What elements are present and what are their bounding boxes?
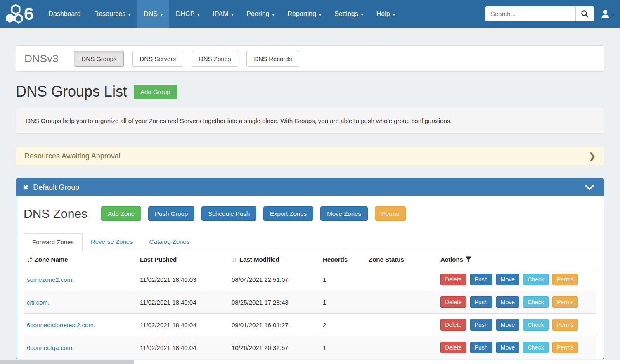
add-group-button[interactable]: Add Group [134,85,177,99]
add-zone-button[interactable]: Add Zone [101,206,141,221]
zone-link[interactable]: somezone2.com. [27,276,74,283]
nav-item-help[interactable]: Help ▾ [370,0,402,28]
zone-link[interactable]: 6connectqa.com. [27,344,74,351]
push-button[interactable]: Push [470,296,492,308]
close-icon[interactable]: ✖ [23,183,28,192]
chevron-down-icon [585,185,594,190]
nav-item-dashboard[interactable]: Dashboard [42,0,87,28]
collapse-toggle[interactable] [585,185,597,190]
last-pushed-cell: 11/02/2021 18:40:03 [137,268,228,291]
perms-button[interactable]: Perms [552,296,578,308]
horizontal-scrollbar[interactable] [0,360,620,364]
nav-item-peering[interactable]: Peering ▾ [240,0,281,28]
move-zones-button[interactable]: Move Zones [320,206,368,221]
records-cell: 1 [319,336,365,359]
delete-button[interactable]: Delete [440,319,466,331]
nav-item-dhcp[interactable]: DHCP ▾ [169,0,206,28]
push-group-button[interactable]: Push Group [148,206,194,221]
column-zone-status[interactable]: Zone Status [365,251,437,268]
tab-catalog-zones[interactable]: Catalog Zones [141,233,198,251]
move-button[interactable]: Move [496,296,519,308]
actions-cell: Delete Push Move Check Perms [437,336,596,359]
approval-label: Resources Awaiting Approval [24,152,121,161]
brand-logo[interactable]: 6 [0,0,42,28]
default-group-header[interactable]: ✖ Default Group [16,179,604,196]
subnav-button-dns-zones[interactable]: DNS Zones [192,51,239,67]
column-label: Zone Name [35,256,68,263]
delete-button[interactable]: Delete [440,296,466,308]
records-cell: 1 [319,268,365,291]
caret-down-icon: ▾ [393,12,395,17]
caret-down-icon: ▾ [197,12,199,17]
move-button[interactable]: Move [496,319,519,331]
caret-down-icon: ▾ [231,12,233,17]
tab-reverse-zones[interactable]: Reverse Zones [83,233,141,251]
move-button[interactable]: Move [496,342,519,353]
check-button[interactable]: Check [523,319,549,331]
column-last-modified[interactable]: ↓↑ Last Modified [228,251,319,268]
search-input[interactable] [485,6,575,21]
zone-link[interactable]: citi.com. [27,299,50,306]
push-button[interactable]: Push [470,319,492,331]
export-zones-button[interactable]: Export Zones [263,206,313,221]
zone-status-cell [365,314,437,336]
zones-tabs: Forward Zones Reverse Zones Catalog Zone… [24,233,596,251]
check-button[interactable]: Check [523,274,549,285]
zone-status-cell [365,291,437,314]
user-menu[interactable]: ▾ [601,9,614,19]
sort-alpha-icon[interactable]: ↓ AZ [27,256,32,262]
dnsv3-subnav: DNSv3 DNS Groups DNS Servers DNS Zones D… [16,45,604,72]
hexagons-logo-icon [5,4,26,24]
main-nav: Dashboard Resources ▾ DNS ▾ DHCP ▾ IPAM … [42,0,401,28]
records-cell: 2 [319,314,365,336]
nav-item-reporting[interactable]: Reporting ▾ [281,0,328,28]
dns-zones-title: DNS Zones [24,207,88,221]
delete-button[interactable]: Delete [440,274,466,285]
search-icon [581,10,589,18]
sort-updown-icon[interactable]: ↓↑ [232,256,236,263]
resources-awaiting-approval-panel[interactable]: Resources Awaiting Approval ❯ [16,146,604,166]
caret-down-icon: ▾ [319,12,321,17]
column-zone-name[interactable]: ↓ AZ Zone Name [24,251,137,268]
subnav-button-dns-servers[interactable]: DNS Servers [132,51,183,67]
dnsv3-title: DNSv3 [24,52,58,65]
check-button[interactable]: Check [523,296,549,308]
nav-item-dns[interactable]: DNS ▾ [137,0,169,28]
perms-button[interactable]: Perms [552,342,578,353]
push-button[interactable]: Push [470,342,492,353]
nav-label: DNS [144,10,158,18]
brand-six: 6 [24,5,33,23]
scrollbar-thumb[interactable] [0,360,134,364]
delete-button[interactable]: Delete [440,342,466,353]
nav-item-resources[interactable]: Resources ▾ [88,0,137,28]
subnav-button-dns-records[interactable]: DNS Records [246,51,299,67]
perms-button[interactable]: Perms [552,319,578,331]
nav-item-settings[interactable]: Settings ▾ [328,0,370,28]
perms-button[interactable]: Perms [552,274,578,285]
move-button[interactable]: Move [496,274,519,285]
nav-label: Dashboard [48,10,80,18]
column-records[interactable]: Records [319,251,365,268]
zone-cell: 6connectclonetest2.com. [24,314,137,336]
push-button[interactable]: Push [470,274,492,285]
last-pushed-cell: 11/02/2021 18:40:04 [137,336,228,359]
table-row: 6connectqa.com. 11/02/2021 18:40:04 10/2… [24,336,596,359]
column-last-pushed[interactable]: Last Pushed [137,251,228,268]
schedule-push-button[interactable]: Schedule Push [201,206,256,221]
check-button[interactable]: Check [523,342,549,353]
column-label: Zone Status [369,256,404,263]
chevron-right-icon: ❯ [589,151,596,161]
nav-item-ipam[interactable]: IPAM ▾ [206,0,240,28]
zone-link[interactable]: 6connectclonetest2.com. [27,321,95,329]
perms-group-button[interactable]: Perms [375,206,406,221]
last-pushed-cell: 11/02/2021 18:40:04 [137,291,228,314]
subnav-button-dns-groups[interactable]: DNS Groups [74,51,124,67]
tab-forward-zones[interactable]: Forward Zones [24,233,83,251]
nav-label: DHCP [176,10,194,18]
zone-cell: somezone2.com. [24,268,137,291]
filter-icon[interactable] [466,256,471,262]
nav-label: Peering [246,10,269,18]
column-label: Last Modified [239,256,279,263]
search-button[interactable] [575,6,594,21]
caret-down-icon: ▾ [161,12,163,17]
